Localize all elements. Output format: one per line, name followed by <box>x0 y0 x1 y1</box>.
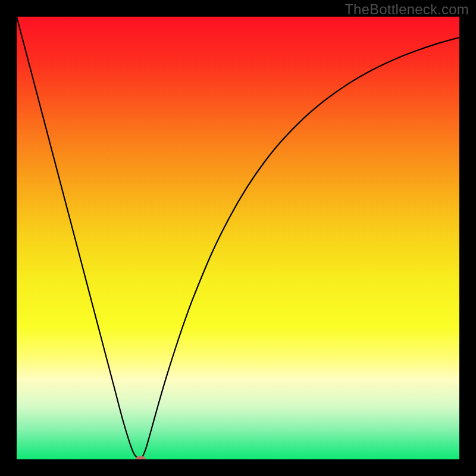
watermark-text: TheBottleneck.com <box>345 1 469 18</box>
chart-frame: TheBottleneck.com <box>0 0 476 476</box>
chart-svg <box>17 17 459 459</box>
gradient-background <box>17 17 459 459</box>
plot-area <box>17 17 459 459</box>
